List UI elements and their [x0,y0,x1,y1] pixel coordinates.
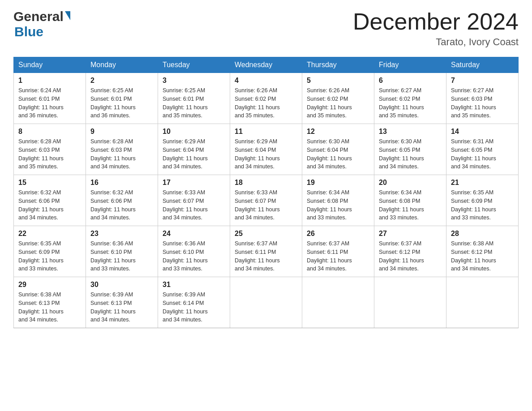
day-info: Sunrise: 6:35 AM Sunset: 6:09 PM Dayligh… [451,188,514,222]
day-info: Sunrise: 6:24 AM Sunset: 6:01 PM Dayligh… [18,86,81,120]
day-info: Sunrise: 6:28 AM Sunset: 6:03 PM Dayligh… [18,137,81,171]
day-number: 12 [307,128,369,136]
day-number: 15 [18,179,81,187]
day-info: Sunrise: 6:37 AM Sunset: 6:11 PM Dayligh… [235,240,297,273]
calendar-cell [230,277,302,328]
calendar-cell [374,277,446,328]
day-number: 16 [90,179,153,187]
day-info: Sunrise: 6:30 AM Sunset: 6:04 PM Dayligh… [307,137,369,171]
calendar-cell: 30 Sunrise: 6:39 AM Sunset: 6:13 PM Dayl… [86,277,158,328]
day-info: Sunrise: 6:37 AM Sunset: 6:11 PM Dayligh… [307,240,369,273]
day-info: Sunrise: 6:32 AM Sunset: 6:06 PM Dayligh… [90,188,153,222]
day-number: 3 [163,77,225,85]
calendar-cell: 11 Sunrise: 6:29 AM Sunset: 6:04 PM Dayl… [230,124,302,175]
calendar-week-row: 29 Sunrise: 6:38 AM Sunset: 6:13 PM Dayl… [14,277,519,328]
day-info: Sunrise: 6:34 AM Sunset: 6:08 PM Dayligh… [307,188,369,222]
day-info: Sunrise: 6:28 AM Sunset: 6:03 PM Dayligh… [90,137,153,171]
day-number: 23 [90,230,153,238]
col-header-friday: Friday [374,57,446,73]
day-info: Sunrise: 6:34 AM Sunset: 6:08 PM Dayligh… [379,188,442,222]
day-number: 8 [18,128,81,136]
calendar-cell: 24 Sunrise: 6:36 AM Sunset: 6:10 PM Dayl… [158,226,230,277]
day-info: Sunrise: 6:39 AM Sunset: 6:14 PM Dayligh… [163,291,225,324]
col-header-thursday: Thursday [302,57,374,73]
calendar-cell: 15 Sunrise: 6:32 AM Sunset: 6:06 PM Dayl… [14,175,86,226]
day-number: 27 [379,230,442,238]
location-title: Tarato, Ivory Coast [353,36,519,48]
day-number: 17 [163,179,225,187]
day-number: 2 [90,77,153,85]
day-info: Sunrise: 6:31 AM Sunset: 6:05 PM Dayligh… [451,137,514,171]
calendar-cell: 6 Sunrise: 6:27 AM Sunset: 6:02 PM Dayli… [374,73,446,124]
day-info: Sunrise: 6:36 AM Sunset: 6:10 PM Dayligh… [163,240,225,273]
col-header-sunday: Sunday [14,57,86,73]
day-number: 31 [163,281,225,289]
day-info: Sunrise: 6:33 AM Sunset: 6:07 PM Dayligh… [163,188,225,222]
calendar-table: SundayMondayTuesdayWednesdayThursdayFrid… [13,57,519,328]
calendar-week-row: 22 Sunrise: 6:35 AM Sunset: 6:09 PM Dayl… [14,226,519,277]
calendar-cell: 27 Sunrise: 6:37 AM Sunset: 6:12 PM Dayl… [374,226,446,277]
day-info: Sunrise: 6:38 AM Sunset: 6:13 PM Dayligh… [18,291,81,324]
calendar-cell: 12 Sunrise: 6:30 AM Sunset: 6:04 PM Dayl… [302,124,374,175]
day-info: Sunrise: 6:29 AM Sunset: 6:04 PM Dayligh… [163,137,225,171]
day-number: 13 [379,128,442,136]
day-info: Sunrise: 6:32 AM Sunset: 6:06 PM Dayligh… [18,188,81,222]
day-number: 5 [307,77,369,85]
col-header-tuesday: Tuesday [158,57,230,73]
day-info: Sunrise: 6:25 AM Sunset: 6:01 PM Dayligh… [163,86,225,120]
day-number: 4 [235,77,297,85]
calendar-cell: 1 Sunrise: 6:24 AM Sunset: 6:01 PM Dayli… [14,73,86,124]
calendar-cell: 5 Sunrise: 6:26 AM Sunset: 6:02 PM Dayli… [302,73,374,124]
logo-blue-text: Blue [13,24,43,39]
day-number: 19 [307,179,369,187]
calendar-week-row: 1 Sunrise: 6:24 AM Sunset: 6:01 PM Dayli… [14,73,519,124]
day-number: 10 [163,128,225,136]
day-number: 20 [379,179,442,187]
day-number: 25 [235,230,297,238]
day-number: 11 [235,128,297,136]
calendar-cell [302,277,374,328]
calendar-cell: 10 Sunrise: 6:29 AM Sunset: 6:04 PM Dayl… [158,124,230,175]
day-number: 6 [379,77,442,85]
day-info: Sunrise: 6:38 AM Sunset: 6:12 PM Dayligh… [451,240,514,273]
logo-triangle-icon [65,11,70,20]
calendar-cell: 13 Sunrise: 6:30 AM Sunset: 6:05 PM Dayl… [374,124,446,175]
day-number: 9 [90,128,153,136]
day-number: 1 [18,77,81,85]
day-info: Sunrise: 6:27 AM Sunset: 6:02 PM Dayligh… [379,86,442,120]
day-info: Sunrise: 6:27 AM Sunset: 6:03 PM Dayligh… [451,86,514,120]
logo-general-text: General [13,9,64,24]
calendar-cell: 7 Sunrise: 6:27 AM Sunset: 6:03 PM Dayli… [446,73,519,124]
calendar-cell: 19 Sunrise: 6:34 AM Sunset: 6:08 PM Dayl… [302,175,374,226]
calendar-cell: 20 Sunrise: 6:34 AM Sunset: 6:08 PM Dayl… [374,175,446,226]
calendar-cell: 28 Sunrise: 6:38 AM Sunset: 6:12 PM Dayl… [446,226,519,277]
calendar-cell: 17 Sunrise: 6:33 AM Sunset: 6:07 PM Dayl… [158,175,230,226]
calendar-cell: 25 Sunrise: 6:37 AM Sunset: 6:11 PM Dayl… [230,226,302,277]
calendar-cell: 18 Sunrise: 6:33 AM Sunset: 6:07 PM Dayl… [230,175,302,226]
day-number: 24 [163,230,225,238]
day-info: Sunrise: 6:29 AM Sunset: 6:04 PM Dayligh… [235,137,297,171]
day-info: Sunrise: 6:25 AM Sunset: 6:01 PM Dayligh… [90,86,153,120]
day-number: 26 [307,230,369,238]
day-info: Sunrise: 6:33 AM Sunset: 6:07 PM Dayligh… [235,188,297,222]
calendar-cell: 8 Sunrise: 6:28 AM Sunset: 6:03 PM Dayli… [14,124,86,175]
day-info: Sunrise: 6:26 AM Sunset: 6:02 PM Dayligh… [307,86,369,120]
calendar-cell: 22 Sunrise: 6:35 AM Sunset: 6:09 PM Dayl… [14,226,86,277]
day-info: Sunrise: 6:35 AM Sunset: 6:09 PM Dayligh… [18,240,81,273]
calendar-cell: 16 Sunrise: 6:32 AM Sunset: 6:06 PM Dayl… [86,175,158,226]
calendar-cell: 23 Sunrise: 6:36 AM Sunset: 6:10 PM Dayl… [86,226,158,277]
calendar-cell: 14 Sunrise: 6:31 AM Sunset: 6:05 PM Dayl… [446,124,519,175]
day-number: 21 [451,179,514,187]
calendar-cell: 21 Sunrise: 6:35 AM Sunset: 6:09 PM Dayl… [446,175,519,226]
month-title: December 2024 [353,9,519,34]
day-info: Sunrise: 6:26 AM Sunset: 6:02 PM Dayligh… [235,86,297,120]
calendar-cell: 29 Sunrise: 6:38 AM Sunset: 6:13 PM Dayl… [14,277,86,328]
day-number: 18 [235,179,297,187]
col-header-saturday: Saturday [446,57,519,73]
day-number: 30 [90,281,153,289]
day-number: 14 [451,128,514,136]
day-number: 22 [18,230,81,238]
calendar-week-row: 15 Sunrise: 6:32 AM Sunset: 6:06 PM Dayl… [14,175,519,226]
col-header-monday: Monday [86,57,158,73]
calendar-cell: 26 Sunrise: 6:37 AM Sunset: 6:11 PM Dayl… [302,226,374,277]
